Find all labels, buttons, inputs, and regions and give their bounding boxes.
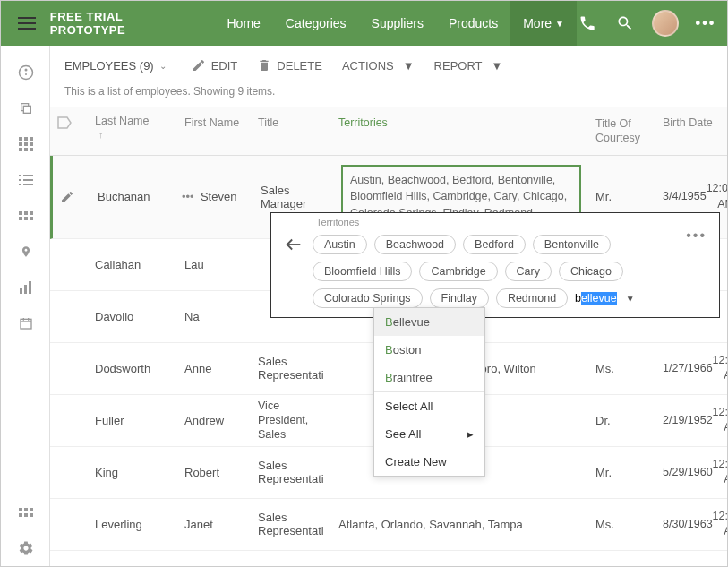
top-bar: FREE TRIAL PROTOTYPE Home Categories Sup… [1,1,727,46]
autocomplete-dropdown: Bellevue Boston Braintree Select All See… [373,307,485,477]
chevron-down-icon[interactable]: ▼ [626,294,635,304]
calendar-icon[interactable] [1,305,50,341]
editor-label: Territories [316,217,359,228]
tag[interactable]: Bentonville [533,235,611,254]
dd-option[interactable]: Boston [374,336,484,364]
phone-icon[interactable] [577,13,598,34]
svg-rect-1 [18,22,36,24]
nav-categories[interactable]: Categories [273,1,359,46]
search-icon[interactable] [614,13,636,34]
tag[interactable]: Redmond [496,288,568,308]
tag[interactable]: Chicago [559,262,623,281]
svg-rect-8 [24,137,28,141]
tag[interactable]: Findlay [430,288,489,308]
svg-rect-24 [30,211,33,215]
svg-rect-23 [24,211,28,215]
delete-button[interactable]: DELETE [252,55,328,76]
tag[interactable]: Bedford [463,235,526,254]
row-overflow-icon[interactable]: ••• [182,190,194,203]
svg-point-5 [25,69,27,71]
nav-suppliers[interactable]: Suppliers [359,1,436,46]
pencil-icon[interactable] [60,190,74,204]
tag[interactable]: Cambridge [419,262,497,281]
col-last-name[interactable]: Last Name↑ [88,107,177,155]
tag[interactable]: Colorado Springs [313,288,423,308]
list-subtitle: This is a list of employees. Showing 9 i… [50,85,727,107]
dd-see-all[interactable]: See All▸ [374,420,484,448]
svg-rect-40 [30,513,33,517]
tag-input[interactable]: bellevue ▼ [575,288,634,308]
svg-rect-18 [19,179,21,181]
back-arrow-icon[interactable] [284,235,304,254]
nav-more[interactable]: More▼ [510,1,577,46]
dd-option[interactable]: Bellevue [374,308,484,336]
sidebar [1,46,50,566]
editor-overflow-icon[interactable]: ••• [686,228,707,244]
cell-first: ••• Steven [180,181,253,212]
grid-icon[interactable] [1,126,50,162]
chart-icon[interactable] [1,270,50,305]
tag[interactable]: Beachwood [374,235,456,254]
col-select[interactable] [50,107,88,155]
col-title[interactable]: Title [251,107,331,155]
svg-rect-12 [30,142,33,146]
col-first-name[interactable]: First Name [177,107,251,155]
svg-rect-0 [18,17,36,19]
svg-rect-2 [18,28,36,30]
col-birth[interactable]: Birth Date [655,107,727,155]
dd-select-all[interactable]: Select All [374,392,484,420]
tags-container: Austin Beachwood Bedford Bentonville Blo… [313,235,707,308]
actions-button[interactable]: ACTIONS▼ [337,56,420,76]
svg-rect-21 [23,184,33,185]
svg-rect-35 [19,508,22,511]
svg-rect-14 [24,148,28,151]
svg-rect-10 [19,142,22,146]
svg-rect-38 [19,513,22,517]
svg-rect-29 [24,285,27,294]
svg-rect-39 [24,513,28,517]
svg-rect-9 [30,137,33,141]
nav-home[interactable]: Home [215,1,273,46]
nav-products[interactable]: Products [436,1,510,46]
grid2-icon[interactable] [1,198,50,234]
svg-rect-22 [19,211,22,215]
dd-create-new[interactable]: Create New [374,448,484,476]
report-button[interactable]: REPORT▼ [429,56,509,76]
svg-rect-6 [23,106,30,113]
svg-rect-31 [21,319,31,329]
nav-links: Home Categories Suppliers Products More▼ [215,1,578,46]
svg-rect-20 [19,184,21,185]
tag[interactable]: Cary [505,262,552,281]
svg-rect-11 [24,142,28,146]
territories-editor: Territories ••• Austin Beachwood Bedford… [270,212,720,318]
menu-icon[interactable] [12,7,43,39]
settings-icon[interactable] [1,530,50,566]
copy-icon[interactable] [1,90,50,126]
edit-button[interactable]: EDIT [186,55,244,76]
svg-rect-16 [19,175,21,176]
svg-rect-25 [19,217,22,220]
dd-option[interactable]: Braintree [374,364,484,391]
table-row[interactable]: Leverling Janet Sales Representati Atlan… [50,499,727,551]
svg-rect-30 [29,281,31,294]
table-header: Last Name↑ First Name Title Territories … [50,107,727,156]
svg-rect-19 [23,179,33,181]
apps-icon[interactable] [1,494,50,530]
avatar[interactable] [652,10,679,37]
col-courtesy[interactable]: Title Of Courtesy [588,107,655,155]
svg-rect-37 [30,508,33,511]
col-territories[interactable]: Territories [331,107,588,155]
svg-rect-7 [19,137,22,141]
overflow-icon[interactable]: ••• [695,13,716,34]
svg-rect-13 [19,148,22,151]
location-icon[interactable] [1,234,50,270]
svg-rect-17 [23,175,33,176]
svg-rect-26 [24,217,28,220]
tag[interactable]: Austin [313,235,367,254]
brand-title: FREE TRIAL PROTOTYPE [50,10,197,37]
tag[interactable]: Bloomfield Hills [313,262,412,281]
info-icon[interactable] [1,55,50,90]
list-icon[interactable] [1,162,50,198]
svg-rect-27 [30,217,33,220]
view-title[interactable]: EMPLOYEES (9)⌄ [64,59,167,73]
